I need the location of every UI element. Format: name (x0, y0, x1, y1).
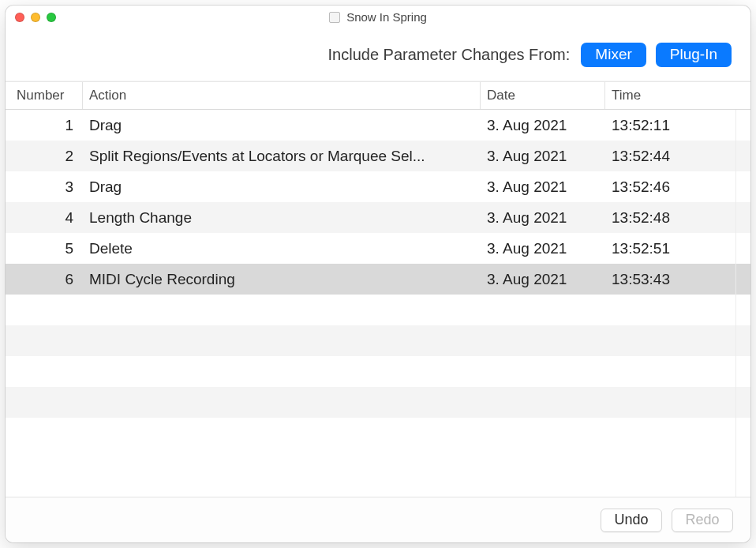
cell-time: 13:52:51 (605, 240, 750, 257)
parameter-changes-label: Include Parameter Changes From: (328, 46, 571, 64)
cell-action: Split Regions/Events at Locators or Marq… (83, 148, 481, 165)
cell-action: Drag (83, 178, 481, 196)
table-header: Number Action Date Time (6, 81, 750, 110)
column-header-date[interactable]: Date (481, 82, 605, 109)
table-row[interactable]: 2Split Regions/Events at Locators or Mar… (6, 141, 750, 171)
plugin-button[interactable]: Plug-In (656, 43, 732, 67)
undo-history-window: Snow In Spring Include Parameter Changes… (6, 6, 750, 542)
table-body: 1Drag3. Aug 202113:52:112Split Regions/E… (6, 110, 750, 449)
close-icon[interactable] (15, 13, 24, 22)
cell-time: 13:52:48 (605, 209, 750, 227)
minimize-icon[interactable] (31, 13, 40, 22)
window-title: Snow In Spring (346, 10, 427, 24)
table-row[interactable]: 3Drag3. Aug 202113:52:46 (6, 171, 750, 202)
cell-action: MIDI Cycle Recording (83, 271, 481, 288)
cell-action: Drag (83, 117, 481, 134)
cell-action: Delete (83, 240, 481, 257)
cell-date: 3. Aug 2021 (481, 178, 605, 196)
cell-time: 13:52:11 (605, 117, 750, 134)
cell-action: Length Change (83, 209, 481, 227)
table-row[interactable]: 6MIDI Cycle Recording3. Aug 202113:53:43 (6, 264, 750, 295)
cell-date: 3. Aug 2021 (481, 148, 605, 165)
cell-date: 3. Aug 2021 (481, 240, 605, 257)
cell-number: 2 (6, 148, 83, 165)
history-table: Number Action Date Time 1Drag3. Aug 2021… (6, 81, 750, 497)
table-row-empty (6, 418, 750, 449)
table-row[interactable]: 4Length Change3. Aug 202113:52:48 (6, 202, 750, 233)
cell-number: 4 (6, 209, 83, 227)
cell-date: 3. Aug 2021 (481, 271, 605, 288)
undo-button[interactable]: Undo (601, 509, 662, 532)
column-header-time[interactable]: Time (605, 82, 750, 109)
cell-number: 6 (6, 271, 83, 288)
cell-number: 1 (6, 117, 83, 134)
cell-date: 3. Aug 2021 (481, 209, 605, 227)
cell-number: 5 (6, 240, 83, 257)
document-icon (329, 12, 340, 23)
column-header-action[interactable]: Action (83, 82, 481, 109)
table-row-empty (6, 295, 750, 325)
window-controls (15, 13, 56, 22)
table-row-empty (6, 387, 750, 418)
mixer-button[interactable]: Mixer (581, 43, 646, 67)
table-row-empty (6, 325, 750, 356)
column-header-number[interactable]: Number (6, 82, 83, 109)
toolbar: Include Parameter Changes From: Mixer Pl… (6, 29, 750, 81)
footer: Undo Redo (6, 497, 750, 542)
table-row[interactable]: 1Drag3. Aug 202113:52:11 (6, 110, 750, 141)
titlebar[interactable]: Snow In Spring (6, 6, 750, 29)
maximize-icon[interactable] (47, 13, 56, 22)
cell-number: 3 (6, 178, 83, 196)
cell-date: 3. Aug 2021 (481, 117, 605, 134)
redo-button[interactable]: Redo (672, 509, 733, 532)
table-row[interactable]: 5Delete3. Aug 202113:52:51 (6, 233, 750, 264)
table-right-edge (735, 110, 736, 497)
cell-time: 13:53:43 (605, 271, 750, 288)
cell-time: 13:52:44 (605, 148, 750, 165)
table-row-empty (6, 356, 750, 387)
cell-time: 13:52:46 (605, 178, 750, 196)
